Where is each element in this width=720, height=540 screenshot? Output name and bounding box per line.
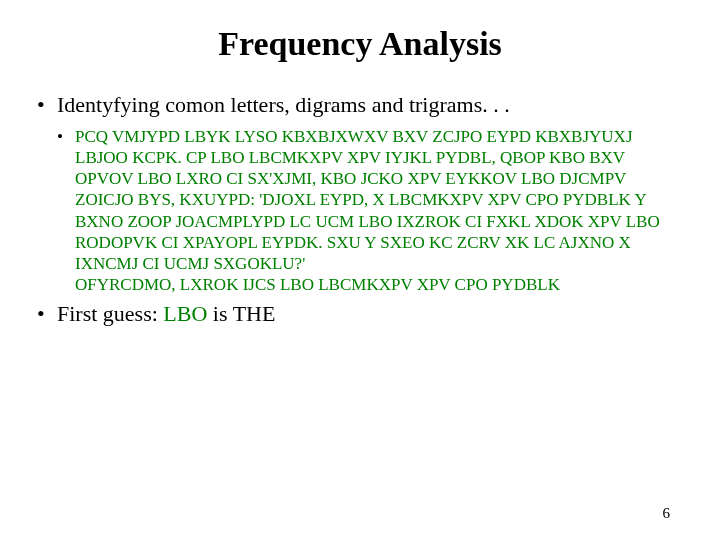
guess-cipher: LBO (163, 301, 207, 326)
bullet-intro-text: Identyfying comon letters, digrams and t… (57, 92, 510, 117)
bullet-intro: Identyfying comon letters, digrams and t… (35, 91, 685, 120)
guess-answer: THE (233, 301, 276, 326)
bullet-ciphertext: PCQ VMJYPD LBYK LYSO KBXBJXWXV BXV ZCJPO… (35, 126, 685, 296)
guess-text-b: is (207, 301, 232, 326)
cipher-paragraph-2: OFYRCDMO, LXROK IJCS LBO LBCMKXPV XPV CP… (75, 274, 685, 295)
bullet-guess: First guess: LBO is THE (35, 300, 685, 329)
page-number: 6 (663, 505, 671, 522)
guess-text-a: First guess: (57, 301, 163, 326)
bullet-list: Identyfying comon letters, digrams and t… (35, 91, 685, 328)
cipher-paragraph-1: PCQ VMJYPD LBYK LYSO KBXBJXWXV BXV ZCJPO… (75, 126, 685, 275)
page-title: Frequency Analysis (35, 25, 685, 63)
